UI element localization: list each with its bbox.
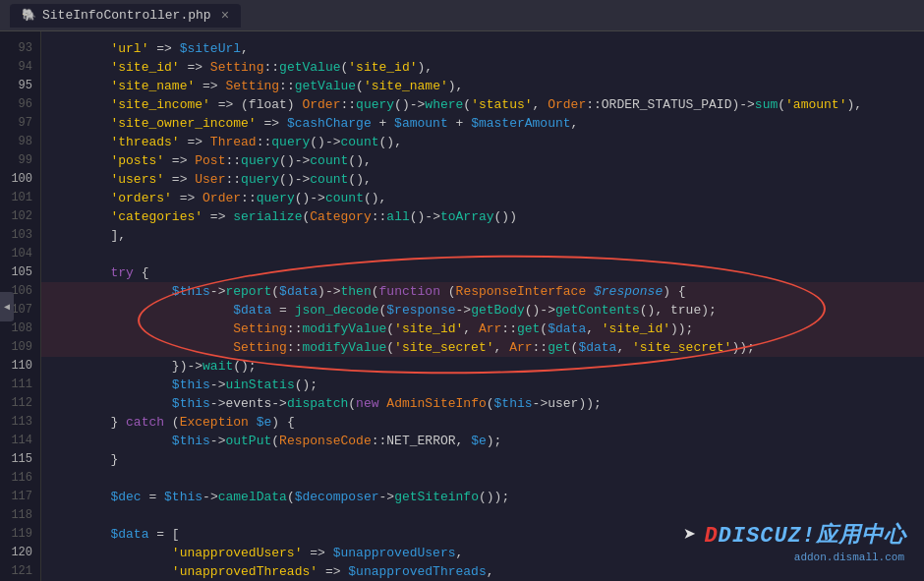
code-line-114: $this->outPut(ResponseCode::NET_ERROR, $… — [41, 432, 924, 450]
line-num-98: 98 — [0, 133, 40, 151]
line-num-97: 97 — [0, 114, 40, 133]
line-num-111: 111 — [0, 376, 40, 394]
tab-close-button[interactable]: × — [221, 8, 229, 24]
watermark: ➤ DDISCUZ!应用中心 addon.dismall.com — [683, 520, 906, 563]
code-line-110: })->wait(); — [41, 357, 924, 376]
watermark-arrow-icon: ➤ — [683, 522, 696, 549]
line-num-103: 103 — [0, 226, 40, 245]
title-bar: 🐘 SiteInfoController.php × — [0, 0, 924, 31]
code-line-95: 'site_name' => Setting::getValue('site_n… — [41, 77, 924, 95]
code-line-103: ], — [41, 226, 924, 245]
code-line-99: 'posts' => Post::query()->count(), — [41, 151, 924, 170]
code-line-101: 'orders' => Order::query()->count(), — [41, 189, 924, 207]
line-num-99: 99 — [0, 151, 40, 170]
code-line-97: 'site_owner_income' => $cashCharge + $am… — [41, 114, 924, 133]
line-num-115: 115 — [0, 450, 40, 469]
line-num-119: 119 — [0, 525, 40, 544]
line-num-96: 96 — [0, 95, 40, 114]
tab-filename: SiteInfoController.php — [42, 8, 211, 23]
code-line-93: 'url' => $siteUrl, — [41, 39, 924, 58]
code-line-94: 'site_id' => Setting::getValue('site_id'… — [41, 58, 924, 77]
code-line-115: } — [41, 450, 924, 469]
code-line-96: 'site_income' => (float) Order::query()-… — [41, 95, 924, 114]
php-icon: 🐘 — [22, 8, 36, 23]
watermark-logo: DDISCUZ!应用中心 — [704, 520, 906, 550]
code-line-104 — [41, 245, 924, 263]
line-num-93: 93 — [0, 39, 40, 58]
code-line-116 — [41, 469, 924, 488]
code-line-100: 'users' => User::query()->count(), — [41, 170, 924, 189]
line-num-105: 105 — [0, 263, 40, 282]
line-num-101: 101 — [0, 189, 40, 207]
code-line-121: 'unapprovedThreads' => $unapprovedThread… — [41, 562, 924, 581]
code-line-102: 'categories' => serialize(Category::all(… — [41, 207, 924, 226]
code-line-106: $this->report($data)->then(function (Res… — [41, 282, 924, 301]
line-num-118: 118 — [0, 506, 40, 525]
code-line-98: 'threads' => Thread::query()->count(), — [41, 133, 924, 151]
watermark-sub: addon.dismall.com — [794, 552, 904, 563]
code-line-112: $this->events->dispatch(new AdminSiteInf… — [41, 394, 924, 413]
code-line-108: Setting::modifyValue('site_id', Arr::get… — [41, 320, 924, 338]
code-line-113: } catch (Exception $e) { — [41, 413, 924, 432]
code-container: ◀ 93949596979899100101102103104105106107… — [0, 31, 924, 581]
line-num-100: 100 — [0, 170, 40, 189]
line-num-102: 102 — [0, 207, 40, 226]
line-num-114: 114 — [0, 432, 40, 450]
line-num-104: 104 — [0, 245, 40, 263]
line-num-120: 120 — [0, 544, 40, 562]
code-lines: 'url' => $siteUrl, 'site_id' => Setting:… — [41, 31, 924, 581]
code-line-107: $data = json_decode($response->getBody()… — [41, 301, 924, 320]
code-line-111: $this->uinStatis(); — [41, 376, 924, 394]
line-num-95: 95 — [0, 77, 40, 95]
line-num-112: 112 — [0, 394, 40, 413]
line-num-117: 117 — [0, 488, 40, 506]
code-line-109: Setting::modifyValue('site_secret', Arr:… — [41, 338, 924, 357]
line-num-108: 108 — [0, 320, 40, 338]
line-num-116: 116 — [0, 469, 40, 488]
collapse-arrow[interactable]: ◀ — [0, 292, 14, 321]
line-num-113: 113 — [0, 413, 40, 432]
line-num-109: 109 — [0, 338, 40, 357]
code-line-117: $dec = $this->camelData($decomposer->get… — [41, 488, 924, 506]
code-line-105: try { — [41, 263, 924, 282]
line-num-94: 94 — [0, 58, 40, 77]
file-tab[interactable]: 🐘 SiteInfoController.php × — [10, 4, 241, 28]
line-num-121: 121 — [0, 562, 40, 581]
line-num-110: 110 — [0, 357, 40, 376]
